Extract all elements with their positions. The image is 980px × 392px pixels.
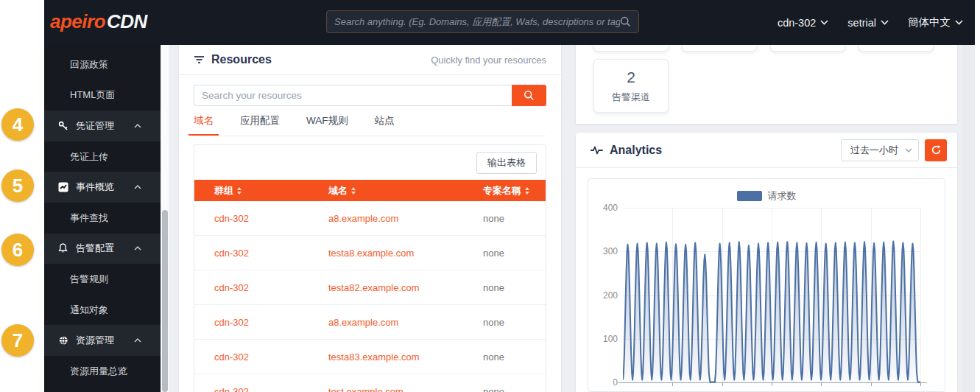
- tab-domains[interactable]: 域名: [194, 114, 214, 136]
- user-menu[interactable]: setrial: [847, 17, 889, 29]
- legend-label: 请求数: [768, 189, 797, 203]
- language-menu-label: 簡体中文: [908, 15, 951, 29]
- global-search-input[interactable]: [334, 16, 620, 27]
- language-menu[interactable]: 簡体中文: [908, 15, 963, 29]
- analytics-panel: Analytics 过去一小时 请求数 0100200300400: [576, 133, 957, 392]
- resources-search-button[interactable]: [512, 85, 546, 106]
- sidebar-group-credentials[interactable]: 凭证管理: [44, 111, 161, 141]
- domain-link[interactable]: testa8.example.com: [328, 248, 483, 259]
- annotation-badge-7: 7: [1, 324, 34, 357]
- divider: [179, 74, 561, 75]
- export-table-button[interactable]: 输出表格: [476, 152, 537, 174]
- time-range-select[interactable]: 过去一小时: [841, 139, 919, 161]
- y-axis-tick-label: 100: [593, 334, 618, 344]
- resources-search: [194, 85, 546, 106]
- column-header-project[interactable]: 专案名稱: [483, 184, 546, 197]
- sidebar-item-alert-rules[interactable]: 告警规则: [44, 264, 161, 295]
- column-header-label: 专案名稱: [483, 184, 521, 197]
- global-search: [326, 10, 639, 33]
- sidebar-nav: 回源政策 HTML页面 凭证管理 凭证上传 事件概览 事件查找 告警配置 告警规…: [44, 45, 161, 392]
- group-menu[interactable]: cdn-302: [778, 17, 828, 29]
- y-axis-tick-label: 400: [593, 203, 618, 213]
- domain-link[interactable]: test.example.com: [328, 386, 483, 392]
- globe-icon: [57, 335, 68, 346]
- domain-link[interactable]: a8.example.com: [328, 213, 483, 224]
- resources-tabs: 域名 应用配置 WAF规则 站点: [194, 114, 546, 136]
- sidebar-item-label: 告警规则: [70, 273, 108, 286]
- y-axis-tick-label: 300: [593, 246, 618, 256]
- table-row: cdn-302 testa8.example.com none: [194, 236, 546, 270]
- group-link[interactable]: cdn-302: [214, 282, 328, 293]
- domain-link[interactable]: a8.example.com: [328, 317, 483, 328]
- chevron-down-icon: [820, 20, 828, 25]
- domain-link[interactable]: testa83.example.com: [328, 351, 483, 363]
- sidebar-item-html-page[interactable]: HTML页面: [44, 80, 161, 111]
- chevron-up-icon: [134, 338, 141, 343]
- chevron-down-icon: [905, 148, 912, 153]
- sidebar-item-origin-policy[interactable]: 回源政策: [44, 49, 161, 80]
- stat-card-alert-channels[interactable]: 2 告警渠道: [593, 59, 669, 113]
- sort-icon[interactable]: [351, 187, 356, 195]
- y-axis-tick-label: 0: [593, 377, 618, 388]
- sort-icon[interactable]: [525, 187, 529, 195]
- sort-icon[interactable]: [237, 187, 242, 195]
- sidebar-item-label: 凭证管理: [76, 119, 114, 133]
- app-logo[interactable]: apeiroCDN: [50, 10, 147, 33]
- group-link[interactable]: cdn-302: [214, 351, 328, 363]
- chevron-down-icon: [881, 20, 889, 25]
- refresh-button[interactable]: [925, 139, 947, 161]
- sidebar-item-label: 资源管理: [76, 334, 114, 347]
- y-axis-tick-label: 200: [593, 290, 618, 301]
- sidebar-scrollbar-track[interactable]: [161, 45, 169, 392]
- sidebar-group-events[interactable]: 事件概览: [44, 172, 161, 203]
- project-cell: none: [483, 317, 546, 328]
- table-row: cdn-302 test.example.com none: [194, 374, 546, 392]
- group-menu-label: cdn-302: [778, 17, 816, 29]
- top-navbar: apeiroCDN cdn-302 setrial 簡体中文: [44, 0, 975, 45]
- column-header-domain[interactable]: 域名: [328, 184, 483, 197]
- group-link[interactable]: cdn-302: [214, 213, 328, 224]
- sidebar-scrollbar-thumb[interactable]: [162, 210, 168, 392]
- chart-legend[interactable]: 请求数: [588, 189, 945, 203]
- sidebar-item-event-search[interactable]: 事件查找: [44, 203, 161, 234]
- sidebar-item-label: 事件查找: [70, 211, 108, 225]
- project-cell: none: [483, 351, 546, 363]
- page-scrollbar[interactable]: [962, 45, 975, 392]
- group-link[interactable]: cdn-302: [214, 248, 328, 259]
- domain-link[interactable]: testa82.example.com: [328, 282, 483, 293]
- table-toolbar: 输出表格: [194, 145, 546, 180]
- logo-brand: apeiro: [50, 10, 105, 32]
- requests-chart: 请求数 0100200300400: [588, 178, 945, 392]
- resources-search-input[interactable]: [194, 85, 512, 106]
- column-header-label: 群组: [214, 184, 233, 197]
- analytics-title: Analytics: [591, 144, 662, 157]
- chart-series: [623, 203, 920, 384]
- group-link[interactable]: cdn-302: [214, 386, 328, 392]
- tab-sites[interactable]: 站点: [375, 114, 395, 136]
- sidebar-item-label: HTML页面: [70, 88, 115, 102]
- chart-icon: [57, 182, 68, 193]
- logo-product: CDN: [107, 10, 147, 32]
- resources-header: Resources Quickly find your resources: [179, 45, 561, 74]
- tab-app-configs[interactable]: 应用配置: [240, 114, 280, 136]
- sidebar-group-alerts[interactable]: 告警配置: [44, 234, 161, 265]
- search-icon: [524, 90, 535, 101]
- filter-icon: [194, 55, 205, 64]
- search-icon[interactable]: [620, 16, 631, 27]
- group-link[interactable]: cdn-302: [214, 317, 328, 328]
- key-icon: [57, 120, 68, 131]
- tab-waf-rules[interactable]: WAF规则: [306, 114, 348, 136]
- sidebar-group-resources[interactable]: 资源管理: [44, 325, 161, 356]
- sidebar-item-notify-targets[interactable]: 通知对象: [44, 295, 161, 326]
- navbar-right: cdn-302 setrial 簡体中文: [778, 0, 963, 45]
- table-row: cdn-302 testa83.example.com none: [194, 340, 546, 374]
- sidebar-item-credential-upload[interactable]: 凭证上传: [44, 141, 161, 172]
- sidebar-item-label: 通知对象: [70, 304, 108, 317]
- annotation-badge-6: 6: [1, 234, 34, 266]
- column-header-label: 域名: [328, 184, 348, 197]
- column-header-group[interactable]: 群组: [214, 184, 328, 197]
- chevron-up-icon: [134, 185, 141, 189]
- sidebar-item-label: 事件概览: [76, 181, 114, 194]
- table-header-row: 群组 域名 专案名稱: [194, 180, 546, 201]
- sidebar-item-resource-usage-overview[interactable]: 资源用量总览: [44, 356, 161, 387]
